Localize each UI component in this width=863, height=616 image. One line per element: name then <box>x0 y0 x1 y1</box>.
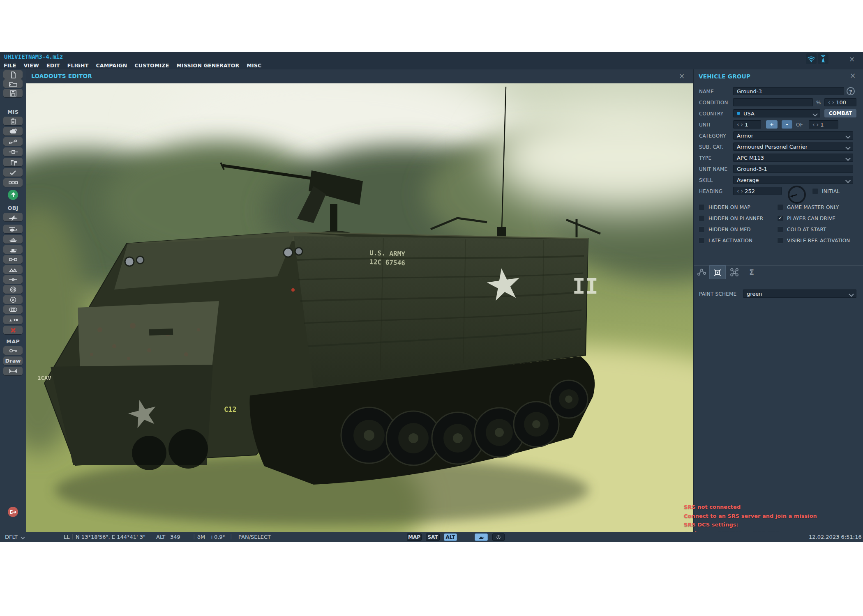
tab-route[interactable] <box>694 265 709 279</box>
tab-payload[interactable] <box>727 265 742 279</box>
heading-value: 252 <box>745 188 755 194</box>
map-key-button[interactable] <box>3 346 23 355</box>
checkbox-cold-at-start[interactable] <box>777 226 783 232</box>
loadouts-close-icon[interactable]: × <box>679 73 685 80</box>
srs-wifi-button[interactable] <box>806 53 817 64</box>
goals-button[interactable] <box>3 168 23 177</box>
subcat-dropdown[interactable]: Armoured Personel Carrier <box>733 143 853 151</box>
menu-file[interactable]: FILE <box>0 62 20 69</box>
add-helicopter-button[interactable] <box>3 225 23 233</box>
name-input[interactable]: Ground-3 <box>733 87 844 95</box>
ruler-button[interactable] <box>3 367 23 375</box>
add-ship-button[interactable] <box>3 235 23 244</box>
combat-button[interactable]: COMBAT <box>824 109 856 117</box>
menu-mission-generator[interactable]: MISSION GENERATOR <box>173 62 243 69</box>
menu-flight[interactable]: FLIGHT <box>64 62 92 69</box>
linked-groups-button[interactable] <box>3 178 23 187</box>
zone-button[interactable] <box>3 295 23 304</box>
file-new-button[interactable] <box>3 70 23 79</box>
toolbar-section-obj: OBJ <box>0 205 26 211</box>
map-view-button[interactable]: MAP <box>407 533 422 541</box>
trigger-rules-button[interactable] <box>3 147 23 156</box>
side-bars-marking: II <box>572 274 598 299</box>
triggers-button[interactable] <box>3 137 23 146</box>
initial-checkbox[interactable] <box>812 188 818 194</box>
menu-edit[interactable]: EDIT <box>43 62 64 69</box>
stepper-left-icon[interactable]: ‹ <box>828 99 831 106</box>
ground-vehicle-icon <box>8 246 18 253</box>
help-button[interactable]: ? <box>847 87 855 95</box>
menu-view[interactable]: VIEW <box>20 62 43 69</box>
unit-of-label: OF <box>796 122 803 128</box>
zone-circle-x-icon <box>8 296 18 303</box>
flags-button[interactable] <box>3 158 23 166</box>
unit-count-stepper[interactable]: ‹ › 1 <box>733 120 761 129</box>
draw-button[interactable]: Draw <box>3 356 23 365</box>
menu-misc[interactable]: MISC <box>243 62 265 69</box>
stepper-right-icon[interactable]: › <box>741 121 743 128</box>
unit-total-stepper[interactable]: ‹ › 1 <box>809 120 838 129</box>
time-button[interactable] <box>492 533 505 541</box>
3d-viewport[interactable]: II U.S. ARMY 12C 67546 1CAV C12 <box>26 83 693 532</box>
shapes-button[interactable] <box>3 315 23 324</box>
vehicle-view-button[interactable] <box>475 533 488 541</box>
add-bridge-button[interactable] <box>3 265 23 274</box>
skill-dropdown[interactable]: Average <box>733 176 853 184</box>
add-template-button[interactable] <box>3 255 23 264</box>
add-vehicle-button[interactable] <box>3 245 23 254</box>
sat-view-button[interactable]: SAT <box>426 533 440 541</box>
bullseye-button[interactable] <box>3 285 23 294</box>
briefing-button[interactable] <box>3 117 23 125</box>
mouse-mode: PAN/SELECT <box>238 534 271 540</box>
checkbox-late-activation[interactable] <box>699 237 705 244</box>
trigger-switch-icon <box>8 138 18 145</box>
window-close-icon[interactable]: × <box>849 56 855 63</box>
category-dropdown[interactable]: Armor <box>733 131 853 140</box>
paint-scheme-dropdown[interactable]: green <box>743 290 856 298</box>
folder-open-button[interactable] <box>3 79 23 88</box>
stepper-left-icon[interactable]: ‹ <box>737 121 739 128</box>
heading-compass-dial[interactable] <box>787 185 807 205</box>
stencil-army-line2: 12C 67546 <box>369 258 405 267</box>
unit-name-input[interactable]: Ground-3-1 <box>733 165 853 173</box>
checkbox-game-master-only[interactable] <box>777 204 783 210</box>
panel-close-icon[interactable]: × <box>850 72 856 79</box>
stepper-right-icon[interactable]: › <box>817 121 819 128</box>
menu-campaign[interactable]: CAMPAIGN <box>92 62 131 69</box>
menu-customize[interactable]: CUSTOMIZE <box>131 62 173 69</box>
country-dropdown[interactable]: USA <box>733 109 820 117</box>
condition-stepper[interactable]: ‹ › 100 <box>824 98 856 106</box>
checkbox-hidden-on-planner[interactable] <box>699 215 705 221</box>
sigma-icon: Σ <box>749 268 754 276</box>
alt-view-button[interactable]: ALT <box>444 533 457 541</box>
save-button[interactable] <box>3 89 23 97</box>
tab-summary[interactable]: Σ <box>744 265 759 279</box>
stepper-right-icon[interactable]: › <box>832 99 835 106</box>
zones-button[interactable] <box>3 305 23 314</box>
checkbox-visible-bef-activation[interactable] <box>777 237 783 244</box>
checkbox-player-can-drive[interactable]: ✓ <box>777 215 783 221</box>
unit-remove-button[interactable]: - <box>782 120 792 129</box>
coords-mode-selector[interactable]: DFLT <box>5 534 18 540</box>
checkbox-hidden-on-mfd[interactable] <box>699 226 705 232</box>
condition-input[interactable] <box>733 98 813 106</box>
add-airplane-button[interactable] <box>3 213 23 221</box>
heading-stepper[interactable]: ‹ › 252 <box>733 187 782 195</box>
toolbar-section-map: MAP <box>0 338 26 345</box>
exit-up-button[interactable] <box>8 190 18 200</box>
stepper-left-icon[interactable]: ‹ <box>812 121 815 128</box>
chevron-down-icon <box>845 178 851 183</box>
type-dropdown[interactable]: APC M113 <box>733 154 853 162</box>
stepper-left-icon[interactable]: ‹ <box>737 188 739 194</box>
front-code-marking: C12 <box>224 405 237 414</box>
unit-add-button[interactable]: + <box>766 120 778 129</box>
checkbox-hidden-on-map[interactable] <box>699 204 705 210</box>
radio-tower-button[interactable] <box>818 53 828 64</box>
stepper-right-icon[interactable]: › <box>741 188 743 194</box>
tab-unit[interactable] <box>709 265 726 279</box>
logout-button[interactable] <box>8 507 18 517</box>
add-static-button[interactable] <box>3 275 23 284</box>
weather-button[interactable] <box>3 127 23 136</box>
delete-button[interactable] <box>3 326 23 334</box>
type-value: APC M113 <box>737 155 764 161</box>
